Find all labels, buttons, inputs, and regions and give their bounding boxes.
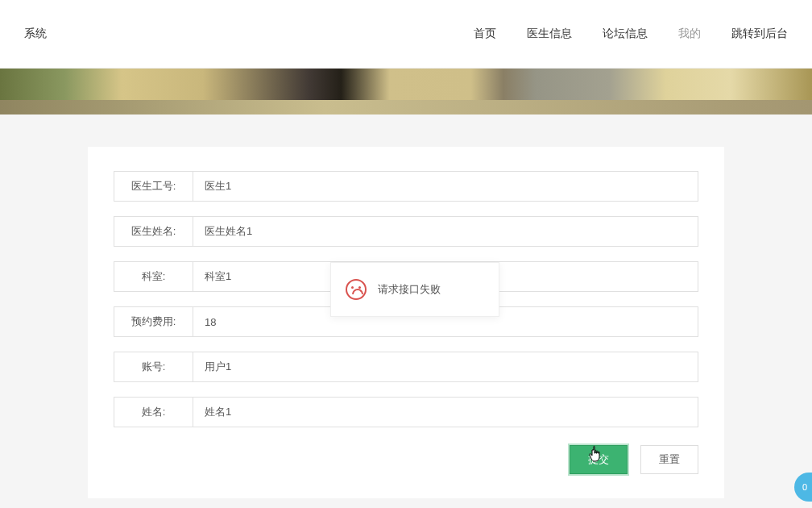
nav-home[interactable]: 首页 bbox=[474, 27, 496, 41]
form-row-account: 账号: bbox=[114, 352, 698, 382]
logo-text: 系统 bbox=[24, 27, 47, 41]
input-doctor-name[interactable] bbox=[193, 216, 698, 247]
top-nav: 系统 首页 医生信息 论坛信息 我的 跳转到后台 bbox=[0, 0, 812, 69]
hero-banner bbox=[0, 69, 812, 115]
modal-message: 请求接口失败 bbox=[378, 282, 441, 297]
label-account: 账号: bbox=[114, 352, 193, 382]
error-modal: 请求接口失败 bbox=[330, 262, 499, 317]
label-doctor-name: 医生姓名: bbox=[114, 216, 193, 247]
label-fee: 预约费用: bbox=[114, 306, 193, 337]
form-row-doctor-id: 医生工号: bbox=[114, 171, 698, 202]
label-doctor-id: 医生工号: bbox=[114, 171, 193, 202]
input-name[interactable] bbox=[193, 397, 698, 427]
reset-button[interactable]: 重置 bbox=[640, 445, 698, 474]
nav-doctor-info[interactable]: 医生信息 bbox=[527, 27, 572, 41]
form-card: 医生工号: 医生姓名: 科室: 预约费用: 账号: 姓名: 提交 重置 bbox=[88, 147, 724, 498]
form-row-doctor-name: 医生姓名: bbox=[114, 216, 698, 247]
submit-button[interactable]: 提交 bbox=[570, 445, 628, 474]
input-account[interactable] bbox=[193, 352, 698, 382]
sad-face-icon bbox=[346, 279, 367, 300]
nav-forum-info[interactable]: 论坛信息 bbox=[603, 27, 648, 41]
label-department: 科室: bbox=[114, 261, 193, 292]
button-row: 提交 重置 bbox=[114, 445, 698, 474]
nav-backend[interactable]: 跳转到后台 bbox=[731, 27, 788, 41]
input-doctor-id[interactable] bbox=[193, 171, 698, 202]
label-name: 姓名: bbox=[114, 397, 193, 427]
form-row-name: 姓名: bbox=[114, 397, 698, 427]
nav-links: 首页 医生信息 论坛信息 我的 跳转到后台 bbox=[474, 27, 788, 41]
nav-mine[interactable]: 我的 bbox=[678, 27, 701, 41]
